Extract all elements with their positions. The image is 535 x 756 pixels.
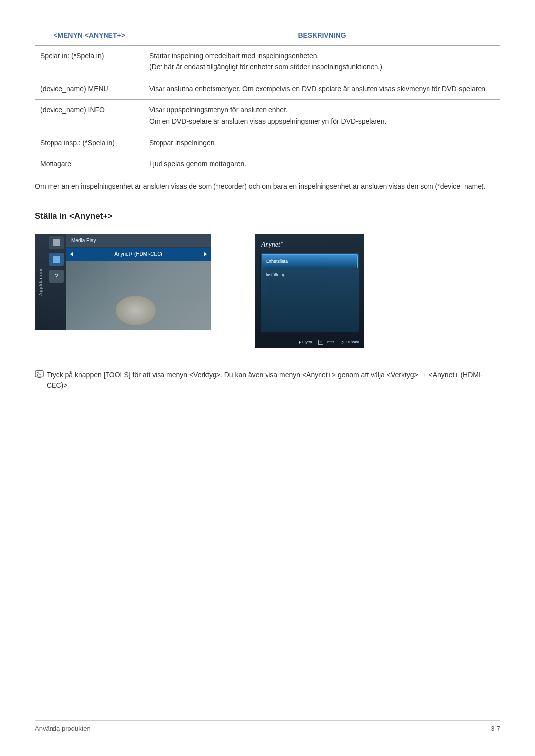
table-row: Mottagare Ljud spelas genom mottagaren. [35,153,500,175]
section-heading: Ställa in <Anynet+> [35,211,500,221]
enter-icon: ↵ [318,340,323,345]
sidebar-icons: ? [47,234,66,330]
table-header-menu: <MENYN <ANYNET+> [35,25,144,46]
footer-left: Använda produkten [35,725,91,732]
screenshots-row: Applikation ? Media Play Anynet+ (HDMI-C… [35,234,500,348]
menu-item-enhetslista: Enhetslista [262,254,358,268]
footer-hint-back: ↺ Tillbaka [340,340,359,345]
screen2-footer: ♦ Flytta ↵ Enter ↺ Tillbaka [260,340,359,345]
footer-hint-enter: ↵ Enter [318,340,334,345]
anynet-menu-table: <MENYN <ANYNET+> BESKRIVNING Spelar in: … [35,25,500,175]
menu-item-installning: Inställning [262,268,358,281]
footer-page-number: 3-7 [491,725,500,732]
row-name: (device_name) INFO [35,100,144,132]
anynet-icon [49,253,64,266]
anynet-logo: Anynet+ [261,240,359,249]
page-footer: Använda produkten 3-7 [35,720,500,732]
arrow-left-icon [70,252,73,256]
media-play-icon [49,236,64,249]
row-desc: Startar inspelning omedelbart med inspel… [144,46,500,78]
footer-hint-move: ♦ Flytta [298,340,312,345]
help-icon: ? [49,270,64,283]
return-icon: ↺ [340,340,344,345]
row-desc: Stoppar inspelningen. [144,132,500,153]
menu-item-anynet-selected: Anynet+ (HDMI-CEC) [66,248,211,261]
tools-icon [35,370,44,378]
page-content: <MENYN <ANYNET+> BESKRIVNING Spelar in: … [35,25,500,391]
move-icon: ♦ [298,340,301,345]
table-row: Spelar in: (*Spela in) Startar inspelnin… [35,46,500,78]
table-row: (device_name) MENU Visar anslutna enhets… [35,78,500,99]
sidebar-applikation: Applikation [35,234,47,330]
table-header-description: BESKRIVNING [144,25,500,46]
sidebar-label: Applikation [38,268,43,296]
svg-point-1 [37,372,38,373]
screen1-background [66,261,211,330]
screen1-main: Media Play Anynet+ (HDMI-CEC) [66,234,211,330]
menu-item-label: Anynet+ (HDMI-CEC) [114,252,162,257]
row-name: Stoppa insp.: (*Spela in) [35,132,144,153]
svg-rect-0 [35,371,43,377]
row-desc: Visar uppspelningsmenyn för ansluten enh… [144,100,500,132]
row-desc: Visar anslutna enhetsmenyer. Om exempelv… [144,78,500,99]
tip-text: Tryck på knappen [TOOLS] för att visa me… [47,370,500,391]
row-name: (device_name) MENU [35,78,144,99]
row-name: Spelar in: (*Spela in) [35,46,144,78]
table-row: (device_name) INFO Visar uppspelningsmen… [35,100,500,132]
tip-block: Tryck på knappen [TOOLS] för att visa me… [35,370,500,391]
screenshot-media-play: Applikation ? Media Play Anynet+ (HDMI-C… [35,234,211,330]
row-desc: Ljud spelas genom mottagaren. [144,153,500,175]
screenshot-anynet-menu: Anynet+ Enhetslista Inställning ♦ Flytta… [255,234,364,348]
table-row: Stoppa insp.: (*Spela in) Stoppar inspel… [35,132,500,153]
table-footnote: Om mer än en inspelningsenhet är anslute… [35,181,500,192]
arrow-right-icon [204,252,207,256]
row-name: Mottagare [35,153,144,175]
menu-item-media-play: Media Play [66,234,211,248]
anynet-panel: Enhetslista Inställning [260,253,359,332]
